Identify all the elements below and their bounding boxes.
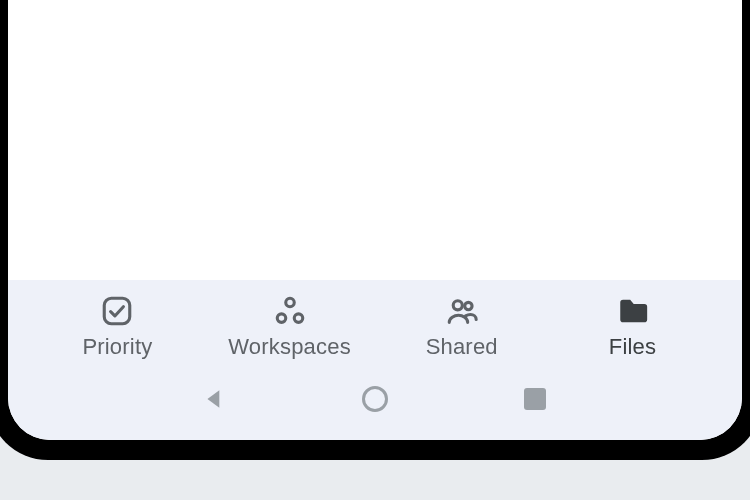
svg-point-7 <box>464 302 471 309</box>
svg-point-3 <box>285 298 294 307</box>
nav-label: Workspaces <box>228 334 351 360</box>
files-icon <box>616 294 650 328</box>
shared-icon <box>445 294 479 328</box>
priority-icon <box>100 294 134 328</box>
nav-label: Files <box>609 334 656 360</box>
nav-label: Priority <box>82 334 152 360</box>
svg-point-4 <box>277 314 286 323</box>
back-button[interactable] <box>200 384 230 414</box>
svg-point-6 <box>453 301 462 310</box>
svg-point-5 <box>294 314 303 323</box>
phone-frame: Modified Jan 16, 2020 W Q4 Proposal Modi… <box>0 0 750 460</box>
nav-label: Shared <box>426 334 498 360</box>
nav-workspaces[interactable]: Workspaces <box>228 294 351 360</box>
recents-button[interactable] <box>520 384 550 414</box>
screen: Modified Jan 16, 2020 W Q4 Proposal Modi… <box>8 0 742 440</box>
nav-shared[interactable]: Shared <box>402 294 522 360</box>
file-list: Modified Jan 16, 2020 W Q4 Proposal Modi… <box>8 0 742 280</box>
nav-files[interactable]: Files <box>573 294 693 360</box>
workspaces-icon <box>273 294 307 328</box>
square-icon <box>524 388 546 410</box>
system-nav <box>8 366 742 440</box>
circle-icon <box>362 386 388 412</box>
bottom-nav: Priority Workspaces Shared Files <box>8 280 742 366</box>
home-button[interactable] <box>360 384 390 414</box>
nav-priority[interactable]: Priority <box>57 294 177 360</box>
svg-rect-2 <box>105 298 131 324</box>
